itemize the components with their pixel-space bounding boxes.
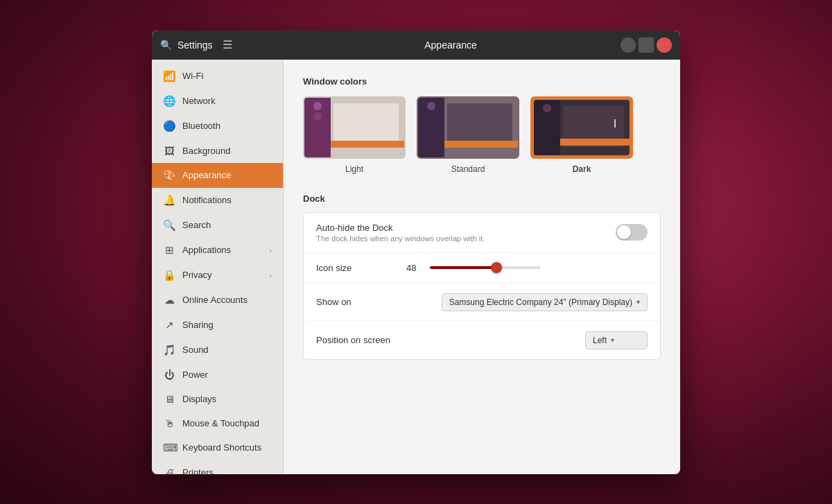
settings-window: 🔍 Settings ☰ Appearance – □ ✕ 📶 Wi-Fi 🌐 … bbox=[152, 31, 680, 474]
sidebar-item-notifications[interactable]: 🔔 Notifications bbox=[152, 188, 283, 213]
sidebar-label-background: Background bbox=[182, 146, 272, 156]
settings-title: Settings bbox=[177, 40, 213, 51]
showon-control: Samsung Electric Company 24" (Primary Di… bbox=[442, 293, 648, 311]
online-accounts-icon: ☁ bbox=[163, 294, 175, 306]
sidebar-item-appearance[interactable]: 🎨 Appearance bbox=[152, 163, 283, 188]
sidebar-label-keyboard: Keyboard Shortcuts bbox=[182, 442, 272, 453]
sidebar-label-bluetooth: Bluetooth bbox=[182, 121, 272, 131]
position-control: Left ▾ bbox=[585, 331, 648, 349]
sidebar-label-printers: Printers bbox=[182, 467, 272, 474]
titlebar-controls: – □ ✕ bbox=[616, 37, 672, 53]
sidebar-item-wifi[interactable]: 📶 Wi-Fi bbox=[152, 64, 283, 89]
position-value: Left bbox=[593, 336, 607, 345]
autohide-desc: The dock hides when any windows overlap … bbox=[316, 234, 616, 243]
showon-label: Show on bbox=[316, 297, 399, 307]
theme-option-standard[interactable]: Standard bbox=[417, 96, 519, 174]
theme-preview-standard bbox=[417, 96, 519, 159]
dock-row-autohide: Auto-hide the Dock The dock hides when a… bbox=[304, 213, 660, 253]
sharing-icon: ↗ bbox=[163, 319, 175, 331]
theme-label-standard: Standard bbox=[451, 164, 485, 174]
displays-icon: 🖥 bbox=[163, 393, 175, 405]
sidebar-label-network: Network bbox=[182, 96, 272, 106]
titlebar-center: Appearance bbox=[285, 39, 616, 51]
showon-dropdown[interactable]: Samsung Electric Company 24" (Primary Di… bbox=[442, 293, 648, 311]
bluetooth-icon: 🔵 bbox=[163, 120, 175, 132]
preview-dark-inner bbox=[534, 100, 630, 155]
wifi-icon: 📶 bbox=[163, 70, 175, 82]
sidebar-label-privacy: Privacy bbox=[182, 270, 262, 280]
close-button[interactable]: ✕ bbox=[657, 37, 672, 53]
sidebar: 📶 Wi-Fi 🌐 Network 🔵 Bluetooth 🖼 Backgrou… bbox=[152, 60, 284, 474]
preview-light-bar bbox=[331, 141, 404, 148]
sidebar-item-keyboard[interactable]: ⌨ Keyboard Shortcuts bbox=[152, 435, 283, 460]
icon-size-slider[interactable] bbox=[430, 266, 541, 269]
theme-option-dark[interactable]: Dark bbox=[530, 96, 633, 174]
showon-dropdown-arrow-icon: ▾ bbox=[636, 298, 640, 306]
preview-light-dot1 bbox=[313, 102, 322, 110]
slider-thumb[interactable] bbox=[491, 262, 502, 273]
sidebar-item-sound[interactable]: 🎵 Sound bbox=[152, 338, 283, 363]
sidebar-label-appearance: Appearance bbox=[182, 170, 272, 180]
dock-row-position: Position on screen Left ▾ bbox=[304, 322, 660, 359]
position-dropdown[interactable]: Left ▾ bbox=[585, 331, 648, 349]
theme-option-light[interactable]: Light bbox=[303, 96, 406, 174]
sidebar-item-sharing[interactable]: ↗ Sharing bbox=[152, 313, 283, 338]
sidebar-item-applications[interactable]: ⊞ Applications › bbox=[152, 238, 283, 263]
sidebar-item-network[interactable]: 🌐 Network bbox=[152, 89, 283, 114]
dock-card: Auto-hide the Dock The dock hides when a… bbox=[303, 212, 661, 360]
autohide-control bbox=[616, 224, 648, 241]
sidebar-label-search: Search bbox=[182, 220, 272, 230]
theme-options: Light Standard bbox=[303, 96, 661, 174]
sidebar-label-wifi: Wi-Fi bbox=[182, 71, 272, 81]
sidebar-item-displays[interactable]: 🖥 Displays bbox=[152, 387, 283, 411]
main-content: Window colors Light bbox=[284, 60, 680, 474]
sidebar-label-online-accounts: Online Accounts bbox=[182, 295, 272, 305]
search-icon: 🔍 bbox=[163, 219, 175, 232]
toggle-knob bbox=[617, 225, 631, 239]
sidebar-item-mouse[interactable]: 🖱 Mouse & Touchpad bbox=[152, 411, 283, 435]
theme-label-light: Light bbox=[345, 164, 363, 174]
iconsize-value: 48 bbox=[406, 263, 423, 273]
position-dropdown-arrow-icon: ▾ bbox=[611, 336, 614, 344]
sidebar-label-displays: Displays bbox=[182, 394, 272, 404]
sidebar-item-power[interactable]: ⏻ Power bbox=[152, 363, 283, 387]
autohide-label: Auto-hide the Dock bbox=[316, 223, 616, 233]
minimize-button[interactable]: – bbox=[621, 37, 636, 53]
background-icon: 🖼 bbox=[163, 145, 175, 157]
sound-icon: 🎵 bbox=[163, 344, 175, 356]
titlebar: 🔍 Settings ☰ Appearance – □ ✕ bbox=[152, 31, 680, 60]
network-icon: 🌐 bbox=[163, 95, 175, 107]
theme-preview-light bbox=[303, 96, 406, 159]
applications-icon: ⊞ bbox=[163, 244, 175, 257]
privacy-icon: 🔒 bbox=[163, 269, 175, 281]
applications-arrow-icon: › bbox=[269, 246, 272, 254]
autohide-toggle[interactable] bbox=[616, 224, 648, 241]
search-icon-titlebar: 🔍 bbox=[160, 40, 172, 51]
sidebar-item-privacy[interactable]: 🔒 Privacy › bbox=[152, 263, 283, 288]
preview-dark-dot1 bbox=[543, 104, 551, 112]
notifications-icon: 🔔 bbox=[163, 194, 175, 207]
sidebar-item-printers[interactable]: 🖨 Printers bbox=[152, 460, 283, 474]
sidebar-label-notifications: Notifications bbox=[182, 195, 272, 205]
window-body: 📶 Wi-Fi 🌐 Network 🔵 Bluetooth 🖼 Backgrou… bbox=[152, 60, 680, 474]
maximize-button[interactable]: □ bbox=[639, 37, 654, 53]
dock-row-iconsize: Icon size 48 bbox=[304, 253, 660, 284]
dock-autohide-left: Auto-hide the Dock The dock hides when a… bbox=[316, 223, 616, 243]
menu-button[interactable]: ☰ bbox=[218, 35, 236, 54]
sidebar-item-bluetooth[interactable]: 🔵 Bluetooth bbox=[152, 114, 283, 139]
preview-light-dot2 bbox=[313, 112, 322, 121]
sidebar-label-sharing: Sharing bbox=[182, 320, 272, 330]
window-colors-title: Window colors bbox=[303, 76, 661, 87]
sidebar-item-online-accounts[interactable]: ☁ Online Accounts bbox=[152, 288, 283, 313]
position-label: Position on screen bbox=[316, 335, 399, 345]
sidebar-item-background[interactable]: 🖼 Background bbox=[152, 139, 283, 163]
sidebar-item-search[interactable]: 🔍 Search bbox=[152, 213, 283, 238]
theme-label-dark: Dark bbox=[573, 164, 591, 174]
preview-light-sidebar bbox=[304, 98, 331, 157]
preview-standard-dot1 bbox=[427, 102, 435, 110]
preview-dark-bar bbox=[560, 139, 630, 146]
page-title: Appearance bbox=[424, 40, 477, 51]
keyboard-icon: ⌨ bbox=[163, 442, 175, 454]
sidebar-label-sound: Sound bbox=[182, 345, 272, 355]
preview-standard-bar bbox=[444, 141, 518, 148]
